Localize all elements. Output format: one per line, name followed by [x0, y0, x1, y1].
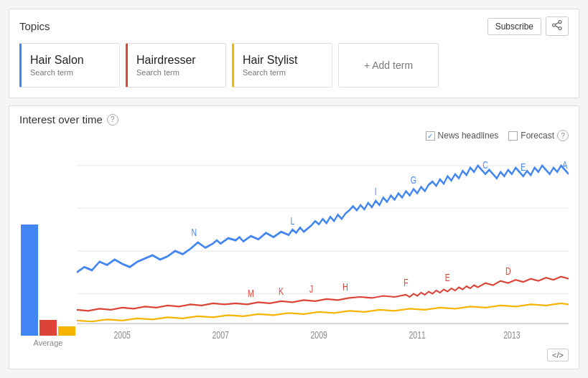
marker-L: L [290, 214, 294, 227]
marker-C: C [482, 159, 488, 171]
forecast-control[interactable]: Forecast ? [508, 130, 569, 141]
term-card-hair-stylist[interactable]: Hair Stylist Search term [232, 43, 332, 88]
term-label-hairdresser: Search term [136, 68, 217, 77]
average-bar-chart: Average [19, 144, 77, 362]
term-card-hairdresser[interactable]: Hairdresser Search term [126, 43, 226, 88]
share-button[interactable] [546, 16, 569, 36]
term-label-hair-salon: Search term [30, 68, 111, 77]
svg-line-3 [555, 22, 559, 24]
topics-header: Topics Subscribe [19, 16, 569, 36]
marker-E-blue: E [521, 161, 526, 173]
term-label-hair-stylist: Search term [243, 68, 323, 77]
year-2011: 2011 [409, 329, 426, 341]
forecast-help-icon[interactable]: ? [557, 130, 569, 141]
marker-I: I [375, 186, 377, 198]
bar-red [39, 320, 57, 336]
marker-E-red: E [445, 271, 450, 283]
line-chart-container: N L I G C E A M K J H F E D [77, 144, 569, 362]
forecast-checkbox[interactable] [508, 131, 518, 141]
year-2005: 2005 [114, 329, 131, 341]
marker-H: H [342, 280, 348, 293]
term-name-hair-stylist: Hair Stylist [243, 54, 323, 67]
add-term-button[interactable]: + Add term [338, 43, 439, 88]
marker-A: A [562, 159, 567, 171]
marker-F: F [403, 276, 409, 288]
svg-point-0 [559, 21, 561, 24]
subscribe-button[interactable]: Subscribe [487, 18, 541, 35]
interest-header: Interest over time ? [19, 113, 569, 126]
average-label: Average [34, 339, 63, 347]
share-icon [552, 20, 562, 30]
marker-G: G [411, 174, 416, 186]
bar-yellow [58, 326, 75, 336]
term-card-hair-salon[interactable]: Hair Salon Search term [19, 43, 120, 88]
marker-K: K [279, 285, 284, 297]
embed-button[interactable]: </> [547, 349, 569, 362]
bars-container [21, 214, 75, 336]
interest-title: Interest over time [19, 113, 103, 126]
year-2013: 2013 [503, 329, 520, 341]
chart-area: Average N L I G C E [19, 144, 569, 362]
news-headlines-checkbox[interactable]: ✓ [426, 131, 435, 141]
line-chart-svg: N L I G C E A M K J H F E D [77, 144, 569, 347]
svg-line-4 [555, 26, 559, 28]
year-2009: 2009 [311, 329, 327, 341]
marker-J: J [309, 283, 313, 295]
term-name-hair-salon: Hair Salon [30, 54, 111, 67]
marker-D: D [505, 265, 511, 277]
term-name-hairdresser: Hairdresser [136, 54, 217, 67]
svg-point-2 [553, 24, 556, 27]
year-2007: 2007 [213, 329, 229, 341]
topics-section: Topics Subscribe Hair Salon Search term [9, 9, 579, 98]
chart-controls: ✓ News headlines Forecast ? [19, 130, 569, 141]
svg-point-1 [559, 27, 561, 30]
interest-section: Interest over time ? ✓ News headlines Fo… [9, 105, 579, 369]
marker-N: N [192, 226, 197, 238]
bar-blue [21, 225, 38, 336]
search-terms-row: Hair Salon Search term Hairdresser Searc… [19, 43, 569, 88]
topics-title: Topics [19, 20, 50, 32]
help-icon[interactable]: ? [107, 114, 118, 126]
header-actions: Subscribe [487, 16, 569, 36]
news-headlines-control[interactable]: ✓ News headlines [426, 131, 499, 141]
marker-M: M [248, 287, 254, 299]
news-headlines-label: News headlines [438, 131, 499, 141]
forecast-label: Forecast [521, 131, 554, 141]
